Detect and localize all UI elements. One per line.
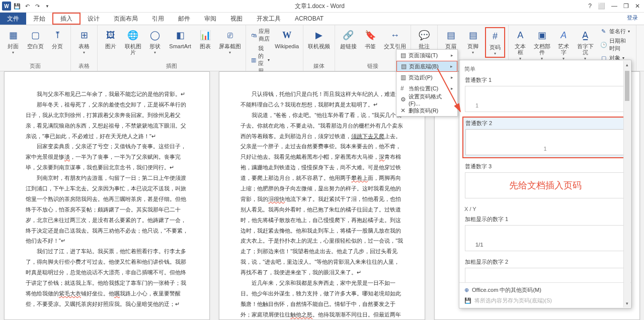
gallery-item-bold-1[interactable]: 加粗显示的数字 1 1/1 — [462, 213, 628, 254]
page-2[interactable]: 只认得钱，托他们只是白托！而且我这样大年纪的人，难道还不能料理自己么？我现在想想… — [219, 71, 425, 320]
ribbon-collapse-icon[interactable]: ⬜ — [598, 3, 605, 10]
menu-page-top[interactable]: ▤页面顶端(T)▸ — [396, 50, 457, 61]
gallery-more-office[interactable]: ⊕Office.com 中的其他页码(M) — [461, 285, 629, 295]
annotation-text: 先给文档插入页码 — [509, 179, 582, 191]
comment-button[interactable]: 💬批注 — [414, 27, 434, 50]
para: 近几年来，父亲和我都是东奔西走，家中光景是一日不如一日。他少年出外谋生，独力支持… — [240, 278, 403, 320]
document-title: 文章1.docx - Word — [51, 2, 588, 11]
table-button[interactable]: ⊞表格▾ — [74, 27, 94, 56]
menu-page-bottom[interactable]: ▤页面底端(B)▸ — [396, 61, 457, 72]
tab-insert[interactable]: 插入 — [52, 13, 80, 25]
smartart-button[interactable]: ◧SmartArt — [167, 27, 193, 50]
help-icon[interactable]: ? — [588, 3, 592, 10]
myapps-button[interactable]: ▥我的应用 ▾ — [249, 44, 272, 75]
close-icon[interactable]: ✕ — [635, 3, 640, 10]
group-symbols-label: 符号 — [639, 61, 644, 70]
hyperlink-button[interactable]: 🔗超链接 — [338, 27, 358, 50]
save-icon[interactable]: 💾 — [13, 2, 21, 10]
gallery-item-plain-1[interactable]: 普通数字 1 1 — [462, 74, 628, 115]
blank-page-button[interactable]: ▢空白页 — [25, 27, 45, 50]
tab-design[interactable]: 设计 — [80, 13, 107, 25]
tab-developer[interactable]: 开发工具 — [250, 13, 288, 25]
group-illus-label: 插图 — [101, 61, 243, 70]
para: 只认得钱，托他们只是白托！而且我这样大年纪的人，难道还不能料理自己么？我现在想想… — [240, 89, 403, 110]
footer-button[interactable]: ▤页脚▾ — [463, 27, 483, 56]
page-number-button[interactable]: #页码▾ — [485, 27, 505, 58]
undo-icon[interactable]: ↶ — [23, 2, 31, 10]
para: 我说道，"爸爸，你走吧。"他往车外看了看，说，"我买几个橘子去。你就在此地，不要… — [240, 110, 403, 278]
gallery-item-bold-2[interactable]: 加粗显示的数字 2 1/1 — [462, 256, 628, 282]
para: 那年冬天，祖母死了，父亲的差使也交卸了，正是祸不单行的日子，我从北京到徐州，打算… — [26, 99, 188, 142]
para: 我们过了江，进了车站。我买票，他忙着照看行李。行李太多了，得向脚夫行些小费才可过… — [26, 246, 188, 309]
para: 我与父亲不相见已二年余了，我最不能忘记的是他的背影。↵ — [26, 89, 188, 99]
tab-layout[interactable]: 页面布局 — [107, 13, 145, 25]
signature-line-button[interactable]: ✎签名行 ▾ — [598, 27, 633, 36]
restore-icon[interactable]: ❐ — [623, 3, 629, 10]
page-number-menu: ▤页面顶端(T)▸ ▤页面底端(B)▸ ▥页边距(P)▸ #当前位置(C)▸ ⚙… — [396, 49, 458, 117]
tab-home[interactable]: 开始 — [26, 13, 52, 25]
gallery-scrollbar[interactable]: ▴ ▾ — [623, 61, 630, 307]
para: 到南京时，有朋友约去游逛，勾留了一日；第二日上午便须渡江到浦口，下午上车北去。父… — [26, 173, 188, 246]
tab-review[interactable]: 审阅 — [197, 13, 223, 25]
tab-file[interactable]: 文件 — [0, 13, 26, 25]
qat-dropdown[interactable]: ▼ — [43, 2, 51, 10]
bookmark-button[interactable]: 🔖书签 — [360, 27, 380, 50]
wordart-button[interactable]: A艺术字▾ — [555, 27, 573, 62]
menu-page-margin[interactable]: ▥页边距(P)▸ — [396, 72, 457, 83]
online-video-button[interactable]: ▶联机视频 — [306, 27, 332, 50]
tab-references[interactable]: 引用 — [145, 13, 171, 25]
group-media-label: 媒体 — [306, 61, 332, 70]
menu-remove-pagenum[interactable]: ✕删除页码(R) — [396, 105, 457, 116]
word-icon: W — [2, 2, 11, 11]
group-pages-label: 页面 — [3, 61, 67, 70]
online-picture-button[interactable]: 🌐联机图片 — [123, 27, 143, 56]
page-1[interactable]: 我与父亲不相见已二年余了，我最不能忘记的是他的背影。↵ 那年冬天，祖母死了，父亲… — [4, 71, 210, 320]
wikipedia-button[interactable]: WWikipedia — [274, 27, 300, 50]
login-link[interactable]: 登录 — [627, 14, 638, 22]
dropcap-button[interactable]: A̲首字下沉▾ — [575, 27, 596, 62]
tab-mailings[interactable]: 邮件 — [171, 13, 197, 25]
store-button[interactable]: 🛍应用商店 — [249, 27, 272, 43]
page-break-button[interactable]: ⤒分页 — [47, 27, 67, 50]
redo-icon[interactable]: ↷ — [33, 2, 41, 10]
textbox-button[interactable]: A文本框▾ — [512, 27, 529, 62]
equation-button[interactable]: π公式▾ — [639, 27, 644, 56]
para: 回家变卖典质，父亲还了亏空；又借钱办了丧事。这些日子，家中光景很是惨淡，一半为了… — [26, 141, 188, 173]
menu-format-pagenum[interactable]: ⚙设置页码格式(F)... — [396, 94, 457, 105]
quickparts-button[interactable]: ▣文档部件▾ — [531, 27, 553, 62]
gallery-save-selection: 💾将所选内容另存为页码(底端)(S) — [461, 295, 629, 306]
picture-button[interactable]: 🖼图片 — [101, 27, 121, 50]
chart-button[interactable]: 📊图表 — [195, 27, 215, 50]
gallery-category-simple: 简单 — [462, 62, 628, 74]
crossref-button[interactable]: ↔交叉引用 — [382, 27, 408, 50]
screenshot-button[interactable]: ⎚屏幕截图▾ — [217, 27, 243, 56]
group-tables-label: 表格 — [74, 61, 94, 70]
shapes-button[interactable]: ◯形状▾ — [145, 27, 165, 56]
tab-acrobat[interactable]: ACROBAT — [288, 13, 331, 25]
cover-page-button[interactable]: ▦封面▾ — [3, 27, 23, 56]
page-number-gallery: 简单 普通数字 1 1 普通数字 2 1 普通数字 3 先给文档插入页码 X /… — [459, 60, 631, 308]
datetime-button[interactable]: 🕒日期和时间 — [598, 37, 633, 53]
gallery-item-plain-2[interactable]: 普通数字 2 1 — [462, 117, 628, 158]
gallery-category-xy: X / Y — [462, 203, 628, 213]
minimize-icon[interactable]: ― — [611, 3, 617, 10]
gallery-item-plain-3[interactable]: 普通数字 3 先给文档插入页码 — [462, 160, 628, 201]
tab-view[interactable]: 视图 — [223, 13, 250, 25]
